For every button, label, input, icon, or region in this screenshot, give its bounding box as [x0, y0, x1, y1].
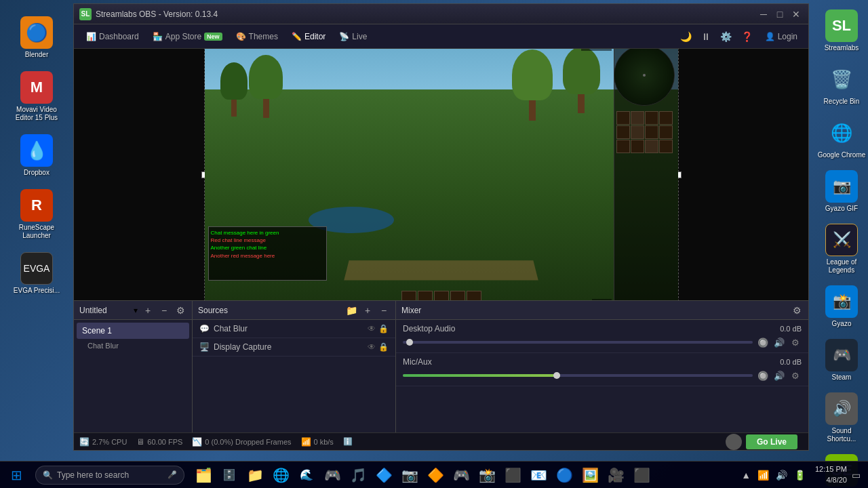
taskbar-app-music[interactable]: 🎵 — [346, 463, 370, 487]
taskbar-app-game[interactable]: 🎮 — [320, 463, 344, 487]
mixer-settings-button[interactable]: ⚙ — [791, 304, 803, 317]
desktop-icon-recycle[interactable]: 🗑️ Recycle Bin — [814, 60, 868, 108]
nav-dashboard[interactable]: 📊 Dashboard — [79, 29, 146, 44]
scenes-dropdown-icon[interactable]: ▾ — [134, 306, 138, 315]
settings-button[interactable]: ⚙️ — [717, 28, 734, 45]
fps-icon: 🖥 — [136, 437, 144, 447]
scenes-settings-button[interactable]: ⚙ — [174, 304, 186, 317]
taskbar-app-img[interactable]: 🖼️ — [578, 463, 602, 487]
mixer-desktop-fader[interactable] — [403, 341, 753, 344]
theme-toggle[interactable]: 🌙 — [677, 28, 694, 45]
tray-battery-icon[interactable]: 🔋 — [792, 468, 808, 482]
taskbar-app-edge[interactable]: 🌊 — [294, 463, 319, 487]
profile-pic — [726, 434, 742, 450]
taskbar-app-orange[interactable]: 🔶 — [423, 463, 448, 487]
chat-line-4: Another red message here — [211, 252, 324, 260]
desktop-icon-chrome[interactable]: 🌐 Google Chrome — [814, 114, 868, 162]
close-button[interactable]: ✕ — [789, 9, 803, 20]
mixer-title: Mixer — [401, 306, 787, 315]
scenes-add-button[interactable]: + — [142, 304, 154, 317]
login-button[interactable]: 👤 Login — [760, 29, 803, 44]
mixer-channel-desktop: Desktop Audio 0.0 dB 🔘 🔊 ⚙ — [396, 320, 808, 353]
tray-network-icon[interactable]: 📶 — [755, 468, 771, 482]
desktop-icon-evga[interactable]: EVGA EVGA Precisi... — [9, 249, 64, 298]
game-preview[interactable]: Chat message here in green Red chat line… — [204, 49, 679, 300]
desktop-icon-sound[interactable]: 🔊 Sound Shortcu... — [814, 390, 868, 446]
microphone-icon[interactable]: 🎤 — [167, 470, 177, 479]
desktop-icon-blender[interactable]: 🔵 Blender — [9, 14, 64, 62]
mixer-mic-config-button[interactable]: ⚙ — [789, 369, 802, 382]
mixer-desktop-config-button[interactable]: ⚙ — [789, 336, 802, 348]
scenes-remove-button[interactable]: − — [158, 304, 170, 317]
desktop-icon-dropbox[interactable]: 💧 Dropbox — [9, 131, 64, 180]
desktop-icon-steam[interactable]: 🎮 Steam — [814, 336, 868, 384]
desktop-icon-movavi[interactable]: M Movavi Video Editor 15 Plus — [9, 68, 64, 125]
taskbar-app-photo[interactable]: 📷 — [397, 463, 422, 487]
source-item-chatblur[interactable]: 💬 Chat Blur 👁 🔒 — [193, 320, 395, 338]
source-lock-icon[interactable]: 🔒 — [378, 324, 389, 333]
taskbar-app-steam[interactable]: 🎮 — [449, 463, 473, 487]
desktop-icon-sound-label: Sound Shortcu... — [817, 427, 866, 443]
bandwidth-icon: 📶 — [301, 437, 311, 447]
system-clock[interactable]: 12:15 PM 4/8/20 — [814, 464, 847, 485]
desktop-icon-gyazo[interactable]: 📸 Gyazo — [814, 283, 868, 331]
tray-volume-icon[interactable]: 🔊 — [774, 468, 789, 482]
clock-time: 12:15 PM — [814, 464, 847, 474]
nav-live[interactable]: 📡 Live — [332, 29, 374, 44]
desktop: 🔵 Blender M Movavi Video Editor 15 Plus … — [0, 0, 868, 488]
taskbar-app-3[interactable]: 📁 — [243, 463, 267, 487]
source-display-lock-icon[interactable]: 🔒 — [378, 342, 389, 352]
nav-appstore[interactable]: 🏪 App Store New — [146, 29, 229, 44]
source-eye-icon[interactable]: 👁 — [368, 324, 376, 333]
sources-add-button[interactable]: + — [361, 304, 374, 317]
go-live-button[interactable]: Go Live — [746, 434, 797, 449]
desktop-icon-gyazo-gif[interactable]: 📷 Gyazo GIF — [814, 167, 868, 216]
taskbar-app-obs[interactable]: ⬛ — [500, 463, 525, 487]
help-button[interactable]: ❓ — [738, 28, 755, 45]
minimize-button[interactable]: ─ — [757, 9, 770, 20]
mixer-mic-volume-knob[interactable]: 🔘 — [757, 369, 769, 382]
taskbar-app-video[interactable]: 🎥 — [604, 463, 628, 487]
taskbar-app-1[interactable]: 🗂️ — [191, 463, 216, 487]
pause-button[interactable]: ⏸ — [698, 28, 713, 45]
sources-remove-button[interactable]: − — [378, 304, 390, 317]
source-display-eye-icon[interactable]: 👁 — [368, 342, 376, 352]
tray-up-icon[interactable]: ▲ — [739, 468, 753, 482]
source-item-display[interactable]: 🖥️ Display Capture 👁 🔒 — [193, 338, 395, 357]
nav-editor[interactable]: ✏️ Editor — [285, 29, 332, 44]
show-desktop-icon[interactable]: ▭ — [850, 468, 863, 482]
desktop-icon-dropbox-label: Dropbox — [24, 169, 50, 177]
nav-themes[interactable]: 🎨 Themes — [229, 29, 285, 44]
taskbar-app-2[interactable]: 🗄️ — [217, 463, 241, 487]
mixer-desktop-mute-button[interactable]: 🔊 — [773, 336, 785, 348]
taskbar-app-chrome[interactable]: 🌐 — [269, 463, 293, 487]
mixer-panel: Mixer ⚙ Desktop Audio 0.0 dB 🔘 — [396, 301, 808, 432]
taskbar-app-blue[interactable]: 🔷 — [372, 463, 396, 487]
title-bar-controls: ─ □ ✕ — [757, 9, 803, 20]
desktop-icon-league[interactable]: ⚔️ League of Legends — [814, 221, 868, 277]
scene-item-scene1[interactable]: Scene 1 — [77, 323, 189, 339]
preview-area[interactable]: Chat message here in green Red chat line… — [74, 49, 808, 300]
desktop-icon-streamlabs[interactable]: SL Streamlabs — [814, 7, 868, 55]
editor-icon: ✏️ — [292, 32, 302, 41]
desktop-icon-runescape[interactable]: R RuneScape Launcher — [9, 186, 64, 243]
appstore-badge: New — [204, 33, 222, 41]
mixer-desktop-volume-knob[interactable]: 🔘 — [757, 336, 769, 348]
window-title: Streamlabs OBS - Version: 0.13.4 — [96, 9, 757, 19]
dashboard-icon: 📊 — [86, 32, 96, 41]
sources-folder-button[interactable]: 📁 — [345, 304, 357, 317]
start-button[interactable]: ⊞ — [0, 462, 33, 489]
taskbar-app-dark[interactable]: ⬛ — [629, 463, 654, 487]
mixer-mic-fader[interactable] — [403, 374, 753, 377]
login-icon: 👤 — [765, 32, 775, 41]
search-bar[interactable]: 🔍 Type here to search 🎤 — [35, 466, 184, 485]
mixer-mic-mute-button[interactable]: 🔊 — [773, 369, 785, 382]
scene-child-chatblur[interactable]: Chat Blur — [77, 339, 189, 352]
maximize-button[interactable]: □ — [773, 9, 787, 20]
desktop-icon-runescape-label: RuneScape Launcher — [12, 224, 61, 240]
mixer-mic-handle[interactable] — [553, 372, 560, 379]
taskbar-app-snap[interactable]: 📸 — [475, 463, 499, 487]
taskbar-app-mail[interactable]: 📧 — [526, 463, 551, 487]
mixer-desktop-handle[interactable] — [406, 339, 413, 346]
taskbar-app-blender[interactable]: 🔵 — [552, 463, 576, 487]
